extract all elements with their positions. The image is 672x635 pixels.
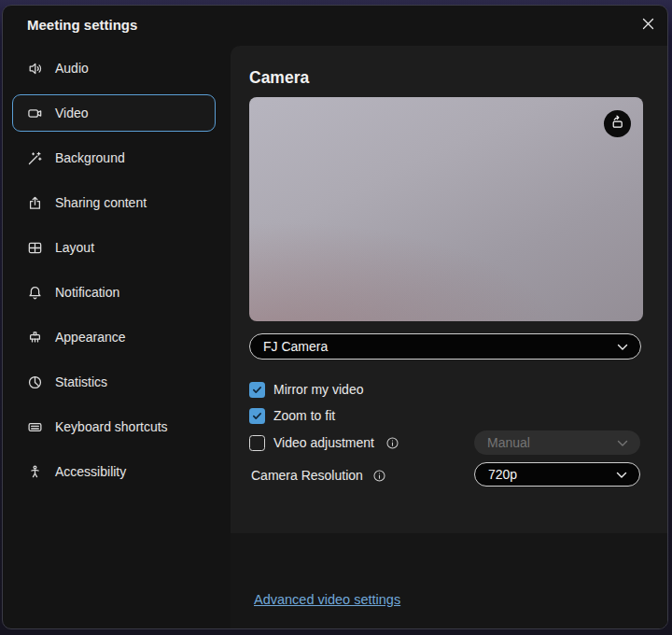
zoom-to-fit-row: Zoom to fit — [249, 406, 335, 425]
sidebar-item-label: Layout — [55, 240, 94, 255]
video-adjustment-checkbox[interactable] — [249, 435, 265, 451]
sidebar-item-label: Keyboard shortcuts — [55, 419, 168, 434]
meeting-settings-dialog: Meeting settings Audio — [2, 5, 668, 629]
sidebar-item-statistics[interactable]: Statistics — [12, 363, 216, 401]
paintbrush-icon — [27, 330, 43, 346]
pie-chart-icon — [27, 374, 43, 390]
sidebar-item-layout[interactable]: Layout — [12, 229, 216, 266]
info-icon[interactable] — [372, 469, 386, 483]
mirror-my-video-checkbox[interactable] — [249, 382, 265, 398]
video-adjustment-label: Video adjustment — [273, 435, 374, 450]
dialog-title: Meeting settings — [27, 17, 137, 33]
sidebar-item-label: Statistics — [55, 374, 107, 389]
settings-sidebar: Audio Video Background — [12, 49, 216, 498]
sidebar-item-label: Notification — [55, 285, 119, 300]
sidebar-item-label: Video — [55, 106, 89, 120]
close-button[interactable] — [637, 15, 658, 35]
camera-resolution-select[interactable]: 720p — [474, 462, 640, 487]
chevron-down-icon — [617, 435, 628, 450]
screen: Meeting settings Audio — [0, 0, 672, 635]
share-icon — [27, 195, 43, 211]
video-camera-icon — [27, 106, 43, 121]
sidebar-item-keyboard-shortcuts[interactable]: Keyboard shortcuts — [12, 408, 216, 445]
camera-resolution-value: 720p — [488, 467, 517, 482]
panel-lower-section — [231, 533, 667, 628]
zoom-to-fit-checkbox[interactable] — [249, 408, 265, 424]
keyboard-icon — [27, 419, 43, 435]
sidebar-item-sharing-content[interactable]: Sharing content — [12, 184, 216, 221]
sidebar-item-audio[interactable]: Audio — [12, 49, 216, 87]
sidebar-item-notification[interactable]: Notification — [12, 274, 216, 311]
camera-select-value: FJ Camera — [263, 339, 328, 354]
sidebar-item-accessibility[interactable]: Accessibility — [12, 453, 216, 490]
video-adjustment-mode-value: Manual — [487, 435, 530, 450]
video-settings-panel: Camera FJ Camera — [231, 46, 667, 628]
sidebar-item-background[interactable]: Background — [12, 139, 216, 176]
sidebar-item-appearance[interactable]: Appearance — [12, 318, 216, 356]
speaker-icon — [27, 61, 43, 77]
sidebar-item-label: Background — [55, 150, 125, 165]
close-icon — [641, 17, 655, 35]
chevron-down-icon — [616, 467, 627, 482]
info-icon[interactable] — [385, 436, 399, 450]
section-title: Camera — [249, 68, 309, 88]
rotate-camera-icon — [609, 114, 625, 134]
sidebar-item-label: Sharing content — [55, 195, 147, 210]
video-adjustment-mode-select: Manual — [474, 430, 640, 455]
video-adjustment-row: Video adjustment — [249, 433, 399, 452]
chevron-down-icon — [617, 339, 628, 354]
mirror-my-video-row: Mirror my video — [249, 380, 363, 399]
sidebar-item-label: Accessibility — [55, 464, 126, 479]
camera-resolution-label: Camera Resolution — [251, 468, 363, 483]
magic-wand-icon — [27, 150, 43, 166]
advanced-video-settings-link[interactable]: Advanced video settings — [254, 592, 400, 607]
grid-icon — [27, 240, 43, 256]
accessibility-icon — [27, 464, 43, 480]
sidebar-item-video[interactable]: Video — [12, 94, 216, 132]
zoom-to-fit-label: Zoom to fit — [273, 408, 335, 423]
camera-resolution-row: Camera Resolution — [251, 466, 386, 485]
camera-preview — [249, 97, 643, 321]
sidebar-item-label: Appearance — [55, 330, 126, 345]
camera-select[interactable]: FJ Camera — [249, 333, 641, 360]
rotate-camera-button[interactable] — [604, 110, 631, 137]
mirror-my-video-label: Mirror my video — [273, 382, 363, 397]
bell-icon — [27, 285, 43, 301]
sidebar-item-label: Audio — [55, 61, 89, 76]
